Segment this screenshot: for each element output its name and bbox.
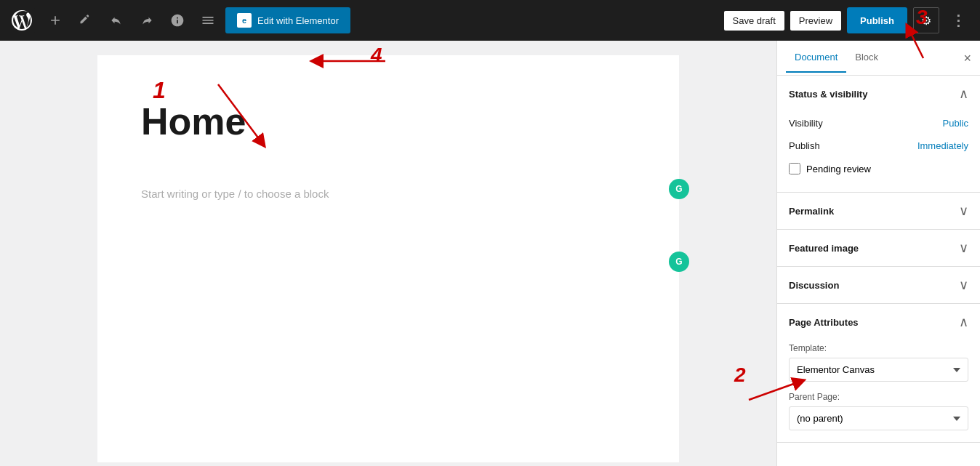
- template-label: Template:: [789, 343, 968, 353]
- undo-button[interactable]: [103, 7, 129, 33]
- permalink-toggle: ∨: [959, 203, 968, 219]
- template-select[interactable]: Elementor Canvas: [789, 358, 968, 382]
- elementor-btn-label: Edit with Elementor: [257, 15, 339, 26]
- editor-placeholder: Start writing or type / to choose a bloc…: [141, 188, 635, 200]
- pending-review-row: Pending review: [789, 157, 968, 180]
- visibility-row: Visibility Public: [789, 112, 968, 134]
- toolbar-right: Save draft Preview Publish ⚙ ⋮: [724, 7, 971, 33]
- featured-image-header[interactable]: Featured image ∨: [777, 230, 980, 266]
- info-button[interactable]: [164, 7, 190, 33]
- discussion-toggle: ∨: [959, 277, 968, 293]
- pending-review-checkbox[interactable]: [789, 163, 800, 174]
- sidebar-close-button[interactable]: ×: [963, 52, 971, 65]
- page-title[interactable]: Home: [141, 99, 635, 144]
- permalink-title: Permalink: [789, 206, 834, 217]
- visibility-value[interactable]: Public: [943, 118, 968, 129]
- preview-button[interactable]: Preview: [790, 11, 841, 31]
- visibility-label: Visibility: [789, 118, 823, 129]
- add-block-button[interactable]: [42, 7, 68, 33]
- more-options-button[interactable]: ⋮: [945, 7, 971, 33]
- permalink-section: Permalink ∨: [777, 193, 980, 230]
- sidebar: Document Block × Status & visibility ∧ V…: [776, 41, 980, 466]
- block-tab[interactable]: Block: [846, 43, 887, 73]
- document-tab[interactable]: Document: [786, 43, 846, 73]
- main-toolbar: e Edit with Elementor Save draft Preview…: [0, 0, 980, 41]
- publish-label: Publish: [789, 140, 820, 151]
- editor-canvas[interactable]: Home Start writing or type / to choose a…: [97, 55, 679, 462]
- grammarly-icon-1: G: [669, 179, 689, 199]
- publish-row: Publish Immediately: [789, 134, 968, 157]
- discussion-header[interactable]: Discussion ∨: [777, 267, 980, 303]
- toolbar-left: e Edit with Elementor: [9, 7, 718, 33]
- page-attributes-section: Page Attributes ∧ Template: Elementor Ca…: [777, 304, 980, 443]
- discussion-title: Discussion: [789, 280, 839, 291]
- publish-button[interactable]: Publish: [847, 7, 907, 33]
- featured-image-toggle: ∨: [959, 240, 968, 256]
- edit-tool-button[interactable]: [73, 7, 99, 33]
- sidebar-tabs: Document Block ×: [777, 41, 980, 76]
- tools-button[interactable]: [195, 7, 221, 33]
- elementor-icon: e: [237, 13, 252, 28]
- settings-button[interactable]: ⚙: [913, 7, 939, 33]
- page-attributes-content: Template: Elementor Canvas Parent Page: …: [777, 343, 980, 442]
- main-area: 1 Home Start writing or type / to choose…: [0, 41, 980, 466]
- save-draft-button[interactable]: Save draft: [724, 11, 784, 31]
- page-attributes-title: Page Attributes: [789, 317, 859, 328]
- edit-with-elementor-button[interactable]: e Edit with Elementor: [225, 7, 350, 33]
- grammarly-icon-2: G: [669, 252, 689, 272]
- status-visibility-content: Visibility Public Publish Immediately Pe…: [777, 112, 980, 192]
- publish-value[interactable]: Immediately: [917, 140, 968, 151]
- wp-logo-button[interactable]: [9, 7, 35, 33]
- status-visibility-toggle: ∧: [959, 86, 968, 102]
- redo-button[interactable]: [134, 7, 160, 33]
- status-visibility-section: Status & visibility ∧ Visibility Public …: [777, 76, 980, 193]
- featured-image-section: Featured image ∨: [777, 230, 980, 267]
- featured-image-title: Featured image: [789, 243, 859, 254]
- status-visibility-title: Status & visibility: [789, 89, 867, 100]
- parent-page-select[interactable]: (no parent): [789, 406, 968, 430]
- discussion-section: Discussion ∨: [777, 267, 980, 304]
- permalink-header[interactable]: Permalink ∨: [777, 193, 980, 229]
- parent-page-label: Parent Page:: [789, 392, 968, 402]
- page-attributes-toggle: ∧: [959, 314, 968, 330]
- page-attributes-header[interactable]: Page Attributes ∧: [777, 304, 980, 340]
- pending-review-label: Pending review: [806, 164, 871, 174]
- editor-area: 1 Home Start writing or type / to choose…: [0, 41, 776, 466]
- status-visibility-header[interactable]: Status & visibility ∧: [777, 76, 980, 112]
